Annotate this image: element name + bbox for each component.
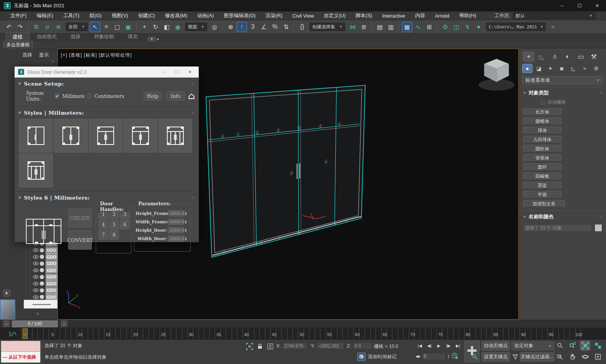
menu-修改器(M)[interactable]: 修改器(M) [160, 11, 193, 20]
menu-文件(F)[interactable]: 文件(F) [5, 11, 32, 20]
workspace-dropdown[interactable]: 默认 ▼ [513, 12, 595, 19]
maxscript-listener-output[interactable]: — 从以下中选择 [1, 351, 40, 362]
auto-key-button[interactable]: 自动关键点 [482, 341, 510, 351]
lights-category[interactable]: ✦ [545, 64, 555, 73]
select-and-move-icon[interactable]: + [139, 22, 150, 32]
select-and-manipulate-icon[interactable]: ⊕ [225, 22, 236, 32]
use-pivot-center-icon[interactable]: ◎ [209, 22, 220, 32]
select-and-scale-icon[interactable]: ◧ [162, 22, 172, 32]
helpers-category[interactable]: ◺ [568, 64, 578, 73]
selection-lock-icon[interactable] [256, 342, 264, 351]
scene-explorer-row[interactable]: GDO [0, 267, 57, 274]
frozen-toggle-icon[interactable] [40, 288, 44, 292]
object-color-swatch[interactable] [595, 224, 602, 232]
door-handle-6-button[interactable]: 6 [120, 220, 130, 229]
menu-内容[interactable]: 内容 [410, 11, 430, 20]
current-frame-marker[interactable] [23, 328, 28, 339]
primitive-button-茶壶[interactable]: 茶壶 [523, 182, 562, 189]
key-filter-icon[interactable] [511, 353, 519, 361]
go-to-start-button[interactable]: |◀ [415, 341, 424, 350]
visibility-eye-icon[interactable] [33, 268, 39, 272]
named-selection-sets-icon[interactable]: {} [297, 22, 307, 32]
hierarchy-tab[interactable]: ⋔ [549, 52, 560, 62]
zoom-extents-all-icon[interactable] [593, 341, 603, 351]
autogrid-checkbox[interactable] [541, 100, 545, 105]
frame-spinner[interactable]: ▲▼ [448, 354, 450, 359]
bind-to-space-warp-icon[interactable]: ≋ [53, 22, 64, 32]
next-frame-button[interactable]: |▶ [444, 341, 453, 350]
toggle-layer-explorer-icon[interactable]: ▥ [386, 22, 396, 32]
maximize-button[interactable]: ☐ [571, 0, 588, 11]
explorer-expand-button[interactable] [3, 289, 10, 297]
set-keys-button[interactable] [464, 341, 480, 362]
explorer-tab-选择[interactable]: 选择 [22, 52, 32, 58]
dialog-close-button[interactable]: ✕ [184, 68, 196, 76]
explorer-horizontal-scrollbar[interactable] [24, 300, 57, 309]
ribbon-tab-自由形式[interactable]: 自由形式 [30, 32, 64, 41]
dialog-maximize-button[interactable]: ☐ [171, 68, 183, 76]
visibility-eye-icon[interactable] [33, 295, 39, 299]
menu-帮助(H)[interactable]: 帮助(H) [454, 11, 481, 20]
display-tab[interactable]: ▭ [575, 52, 586, 62]
menu-动画(A)[interactable]: 动画(A) [192, 11, 219, 20]
menu-Civil View[interactable]: Civil View [287, 12, 319, 20]
play-button[interactable]: ▶ [434, 341, 443, 350]
menu-Interactive[interactable]: Interactive [377, 12, 410, 20]
explorer-overflow-chevron-icon[interactable]: » [36, 311, 39, 316]
add-time-tag[interactable]: 添加时间标记 [357, 353, 397, 361]
key-filters-button[interactable]: 关键点过滤器... [520, 352, 554, 362]
door-handle-5-button[interactable]: 5 [109, 220, 119, 229]
menu-脚本(S)[interactable]: 脚本(S) [351, 11, 377, 20]
select-and-rotate-icon[interactable]: ↻ [150, 22, 161, 32]
door-style-1[interactable] [19, 119, 53, 153]
door-style-3[interactable] [89, 119, 123, 153]
menu-编辑(E)[interactable]: 编辑(E) [32, 11, 58, 20]
pan-icon[interactable] [567, 352, 578, 362]
select-object-icon[interactable]: ↖ [90, 22, 100, 32]
systems-category[interactable]: ⚙ [591, 64, 601, 73]
primitive-button-几何球体[interactable]: 几何球体 [523, 136, 562, 143]
primitive-button-管状体[interactable]: 管状体 [523, 154, 562, 162]
close-button[interactable]: ✕ [588, 0, 606, 11]
previous-frame-button[interactable]: ◀| [425, 341, 434, 350]
scrollbar-thumb[interactable] [33, 304, 51, 305]
door-style-2[interactable] [54, 119, 88, 153]
toggle-scene-explorer-icon[interactable]: ▤ [375, 22, 385, 32]
z-coordinate-field[interactable]: 0.0 [353, 342, 372, 349]
menu-创建(C)[interactable]: 创建(C) [133, 11, 160, 20]
window-crossing-icon[interactable]: ▣ [123, 22, 134, 32]
visibility-eye-icon[interactable] [33, 262, 39, 265]
scene-explorer-row[interactable]: GDO [0, 260, 57, 267]
y-coordinate-field[interactable]: -1902.082 [317, 342, 344, 349]
space-warps-category[interactable]: ≈ [580, 64, 590, 73]
primitive-button-圆锥体[interactable]: 圆锥体 [523, 117, 562, 125]
toggle-ribbon-icon[interactable]: ▦ [402, 22, 412, 32]
selection-filter-dropdown[interactable]: 全部▼ [66, 23, 88, 31]
primitive-button-加强型文本[interactable]: 加强型文本 [523, 200, 565, 208]
door-handle-8-button[interactable]: 8 [109, 230, 119, 240]
ribbon-minimize-dropdown[interactable]: ▼ ▾ [148, 37, 159, 41]
door-style-6[interactable] [19, 154, 53, 187]
rectangular-selection-region-icon[interactable]: ▢ [112, 22, 123, 32]
menu-组(G)[interactable]: 组(G) [85, 11, 107, 20]
go-to-end-button[interactable]: ▶| [454, 341, 462, 350]
parameter-value-field[interactable]: 2000.0 [168, 236, 184, 242]
primitive-button-圆柱体[interactable]: 圆柱体 [523, 145, 562, 153]
toolbar-overflow-icon[interactable]: » [548, 22, 558, 32]
undo-icon[interactable]: ↶ [4, 22, 14, 32]
scene-explorer-row[interactable]: GDO [0, 280, 57, 287]
ribbon-tab-对象绘制[interactable]: 对象绘制 [87, 32, 121, 41]
named-selection-dropdown[interactable]: 创建选择集▼ [310, 23, 345, 31]
frozen-toggle-icon[interactable] [40, 275, 44, 279]
previous-frame-slider-button[interactable]: ‹ [3, 320, 10, 327]
zoom-icon[interactable] [555, 341, 565, 351]
primitive-button-四棱锥[interactable]: 四棱锥 [523, 172, 562, 180]
select-by-name-icon[interactable]: ≡ [101, 22, 111, 32]
parameter-value-field[interactable]: 2200.0 [168, 227, 184, 233]
convert-button[interactable]: CONVERT [68, 231, 92, 250]
snaps-toggle-icon[interactable]: 3 [248, 22, 258, 32]
reference-coordinate-dropdown[interactable]: 视图▼ [185, 23, 207, 31]
spinner-arrows[interactable]: ▲▼ [185, 211, 187, 216]
project-folder-dropdown[interactable]: C:\Users\… Max 2021▼ [486, 23, 546, 31]
parameter-value-field[interactable]: 3000.0 [168, 210, 184, 216]
